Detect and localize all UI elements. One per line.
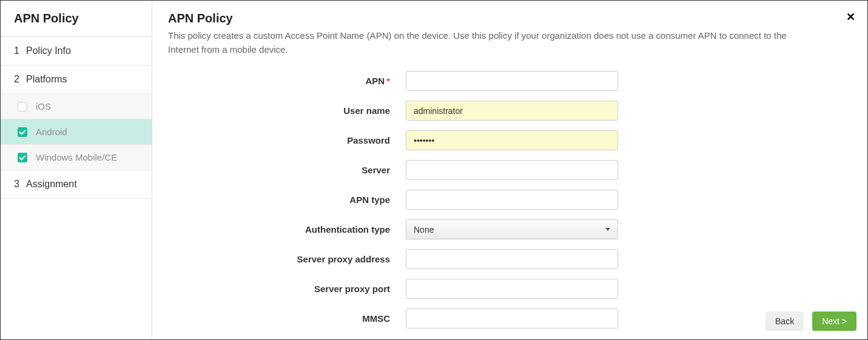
step-platforms[interactable]: 2 Platforms <box>1 65 152 94</box>
proxyaddr-input[interactable] <box>406 249 618 269</box>
label-apntype: APN type <box>168 195 406 205</box>
main-panel: ✕ APN Policy This policy creates a custo… <box>152 1 867 339</box>
row-apn: APN* <box>168 66 852 96</box>
checkbox-checked-icon[interactable] <box>18 127 27 137</box>
platform-label: Android <box>36 127 67 137</box>
step-number: 2 <box>14 74 20 85</box>
checkbox-unchecked-icon[interactable] <box>18 102 27 112</box>
required-asterisk: * <box>386 76 390 86</box>
wizard-sidebar: APN Policy 1 Policy Info 2 Platforms iOS… <box>1 1 152 339</box>
apn-input[interactable] <box>406 71 618 91</box>
apntype-input[interactable] <box>406 190 618 210</box>
step-assignment[interactable]: 3 Assignment <box>1 170 152 199</box>
authtype-select[interactable]: None <box>406 219 618 239</box>
row-proxyport: Server proxy port <box>168 274 852 304</box>
mmsc-input[interactable] <box>406 308 618 328</box>
platform-label: iOS <box>36 101 51 112</box>
label-mmsc: MMSC <box>168 313 406 324</box>
platform-android[interactable]: Android <box>1 119 152 145</box>
step-policy-info[interactable]: 1 Policy Info <box>1 37 152 65</box>
chevron-down-icon <box>605 228 610 231</box>
dialog-footer: Back Next > <box>765 312 856 331</box>
step-label: Assignment <box>26 179 77 190</box>
step-number: 1 <box>14 45 20 56</box>
step-label: Policy Info <box>26 45 71 56</box>
row-username: User name <box>168 96 852 125</box>
select-value: None <box>414 225 434 235</box>
next-button[interactable]: Next > <box>812 312 856 331</box>
password-input[interactable] <box>406 130 618 150</box>
username-input[interactable] <box>406 101 618 121</box>
dialog-container: APN Policy 1 Policy Info 2 Platforms iOS… <box>0 0 868 340</box>
row-apntype: APN type <box>168 185 852 215</box>
back-button[interactable]: Back <box>765 312 804 331</box>
label-username: User name <box>168 105 406 116</box>
label-authtype: Authentication type <box>168 224 406 235</box>
checkbox-checked-icon[interactable] <box>18 153 27 162</box>
label-proxyport: Server proxy port <box>168 284 406 294</box>
row-password: Password <box>168 125 852 155</box>
label-server: Server <box>168 165 406 175</box>
row-authtype: Authentication type None <box>168 215 852 244</box>
proxyport-input[interactable] <box>406 279 618 299</box>
platform-label: Windows Mobile/CE <box>36 152 117 162</box>
label-text: APN <box>365 76 385 86</box>
platform-ios[interactable]: iOS <box>1 94 152 119</box>
row-server: Server <box>168 155 852 185</box>
sidebar-title: APN Policy <box>1 1 152 37</box>
page-title: APN Policy <box>168 12 852 25</box>
apn-form: APN* User name Password Server APN type <box>168 66 852 333</box>
platform-windows[interactable]: Windows Mobile/CE <box>1 145 152 170</box>
row-proxyaddr: Server proxy address <box>168 244 852 274</box>
label-proxyaddr: Server proxy address <box>168 254 406 264</box>
close-icon[interactable]: ✕ <box>846 12 855 22</box>
row-mmsc: MMSC <box>168 304 852 333</box>
step-number: 3 <box>14 179 20 190</box>
server-input[interactable] <box>406 160 618 180</box>
page-description: This policy creates a custom Access Poin… <box>168 29 805 56</box>
label-apn: APN* <box>168 76 406 86</box>
step-label: Platforms <box>26 74 67 85</box>
label-password: Password <box>168 135 406 145</box>
